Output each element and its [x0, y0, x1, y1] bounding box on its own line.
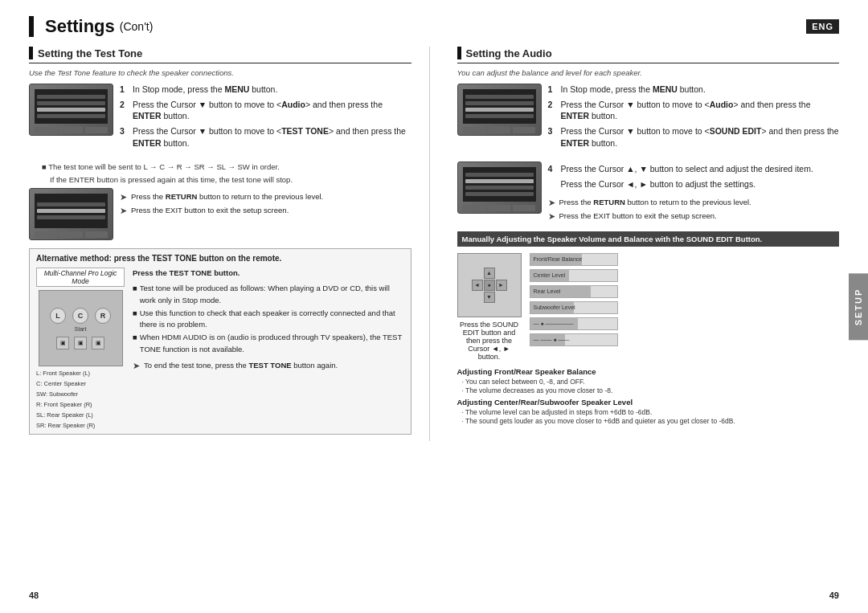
right-steps-list: 1 In Stop mode, press the MENU button. 2… — [548, 84, 840, 149]
sound-bar-6: ― ―― ● ―― — [530, 333, 618, 346]
manually-text: Press the SOUND EDIT button and then pre… — [457, 321, 522, 361]
right-step-2: 2 Press the Cursor ▼ button to move to <… — [548, 99, 840, 122]
steps-list: 1 In Stop mode, press the MENU button. 2… — [120, 84, 411, 149]
return-note: ➤ Press the RETURN button to return to t… — [120, 191, 411, 203]
remote-icon-C: C — [72, 308, 88, 324]
screen-line-highlight — [37, 209, 105, 213]
alt-method-content: Multi-Channel Pro Logic Mode L C R Start — [36, 268, 404, 429]
screen-line-highlight — [465, 108, 534, 112]
right-device-row-2: 4 Press the Cursor ▲, ▼ button to select… — [457, 161, 840, 224]
screen-line — [37, 95, 105, 99]
title-text: Settings — [45, 16, 115, 37]
remote-sq-1: ▣ — [56, 337, 69, 349]
speaker-labels: L: Front Speaker (L) C: Center Speaker S… — [36, 370, 125, 429]
device-btn — [85, 231, 108, 238]
remote-icon-L: L — [50, 308, 66, 324]
device-screen-2 — [35, 194, 108, 228]
remote-diagram: Multi-Channel Pro Logic Mode L C R Start — [36, 268, 125, 429]
screen-line-highlight — [465, 179, 534, 183]
bullet-2: ■ Use this function to check that each s… — [133, 308, 404, 331]
page-numbers: 48 49 — [0, 591, 868, 600]
right-return-note: ➤ Press the RETURN button to return to t… — [548, 197, 840, 209]
remote-sq-2: ▣ — [74, 337, 87, 349]
screen-line — [37, 215, 105, 219]
adjusting-note-2-2: · The sound gets louder as you move clos… — [457, 417, 840, 425]
adjusting-note-1-1: · You can select between 0, -8, and OFF. — [457, 378, 840, 386]
sound-edit-row: ▲ ◄ ● ► ▼ Press the SOUND EDIT button an… — [457, 253, 840, 361]
adjusting-note-1-2: · The volume decreases as you move close… — [457, 386, 840, 394]
header: Settings (Con't) ENG — [29, 16, 839, 37]
remote-center: L C R Start ▣ ▣ ▣ — [50, 308, 111, 349]
dpad-right: ► — [496, 280, 507, 291]
screen-line — [465, 173, 534, 177]
remote-text-notes: Press the TEST TONE button. ■ Test tone … — [133, 268, 404, 429]
left-title-bar — [29, 47, 33, 59]
step-1: 1 In Stop mode, press the MENU button. — [120, 84, 411, 96]
right-step-4b: Press the Cursor ◄, ► button to adjust t… — [548, 178, 840, 190]
dpad-empty — [496, 292, 507, 303]
right-title-bar — [457, 47, 461, 59]
left-column: Setting the Test Tone Use the Test Tone … — [29, 47, 430, 441]
adjusting-section: Adjusting Front/Rear Speaker Balance · Y… — [457, 367, 840, 425]
sound-bar-2: Center Level — [530, 269, 618, 282]
device-screenshot-2 — [29, 188, 113, 240]
screen-line — [37, 101, 105, 105]
remote-start-label: Start — [75, 326, 87, 332]
device-btn — [463, 127, 485, 133]
device-buttons — [463, 127, 536, 133]
device-btn — [488, 127, 510, 133]
left-device-row-2: ➤ Press the RETURN button to return to t… — [29, 188, 411, 240]
steps-col: 1 In Stop mode, press the MENU button. 2… — [120, 84, 411, 155]
dpad-empty — [472, 268, 483, 279]
sound-bar-5: ― ● ――――― — [530, 317, 618, 330]
screen-line — [37, 114, 105, 118]
right-step-4: 4 Press the Cursor ▲, ▼ button to select… — [548, 163, 840, 175]
right-exit-note: ➤ Press the EXIT button to exit the setu… — [548, 210, 840, 223]
screen-line-highlight — [37, 108, 105, 112]
step-3: 3 Press the Cursor ▼ button to move to <… — [120, 125, 411, 149]
device-screenshot-1 — [29, 84, 113, 136]
remote-label: Multi-Channel Pro Logic Mode — [36, 268, 125, 287]
screen-line — [37, 202, 105, 206]
screen-line — [465, 101, 534, 105]
device-btn — [463, 205, 485, 211]
sound-bars-col: Front/Rear Balance Center Level Rear Lev… — [530, 253, 618, 361]
end-note: ➤ To end the test tone, press the TEST T… — [133, 360, 404, 372]
device-btn — [59, 231, 82, 238]
device-screenshot-4 — [457, 161, 542, 214]
device-btn — [513, 127, 535, 133]
alt-method-box: Alternative method: press the TEST TONE … — [29, 248, 411, 435]
sound-bar-3: Rear Level — [530, 285, 618, 298]
alt-method-title: Alternative method: press the TEST TONE … — [36, 254, 404, 263]
sound-remote-area: ▲ ◄ ● ► ▼ Press the SOUND EDIT button an… — [457, 253, 522, 361]
page-title: Settings (Con't) — [29, 16, 153, 37]
dpad: ▲ ◄ ● ► ▼ — [472, 268, 507, 303]
dpad-down: ▼ — [484, 292, 495, 303]
right-steps-col: 1 In Stop mode, press the MENU button. 2… — [548, 84, 840, 155]
sound-bar-1: Front/Rear Balance — [530, 253, 618, 266]
right-section-title: Setting the Audio — [457, 47, 840, 63]
adjusting-title-1: Adjusting Front/Rear Speaker Balance — [457, 367, 840, 376]
device-btn — [488, 205, 510, 211]
sound-bar-4: Subwoofer Level — [530, 301, 618, 314]
title-bar-icon — [29, 16, 34, 37]
device-screen-3 — [463, 89, 536, 124]
right-steps-4: 4 Press the Cursor ▲, ▼ button to select… — [548, 163, 840, 190]
manually-box: Manually Adjusting the Speaker Volume an… — [457, 231, 840, 247]
device-btn — [85, 127, 108, 133]
device-screen-4 — [463, 167, 536, 202]
dpad-center: ● — [484, 280, 495, 291]
page-container: Settings (Con't) ENG Setting the Test To… — [0, 0, 868, 613]
setup-tab: SETUP — [849, 273, 868, 340]
screen-line — [465, 114, 534, 118]
left-device-row: 1 In Stop mode, press the MENU button. 2… — [29, 84, 411, 155]
return-exit-notes: ➤ Press the RETURN button to return to t… — [120, 188, 411, 240]
device-buttons — [463, 205, 536, 211]
dpad-up: ▲ — [484, 268, 495, 279]
bullet-3: ■ When HDMI AUDIO is on (audio is produc… — [133, 332, 404, 355]
eng-badge: ENG — [806, 19, 839, 34]
bullet-1: ■ Test tone will be produced as follows:… — [133, 283, 404, 306]
device-buttons — [35, 127, 108, 133]
dpad-empty — [472, 292, 483, 303]
device-btn — [513, 205, 535, 211]
